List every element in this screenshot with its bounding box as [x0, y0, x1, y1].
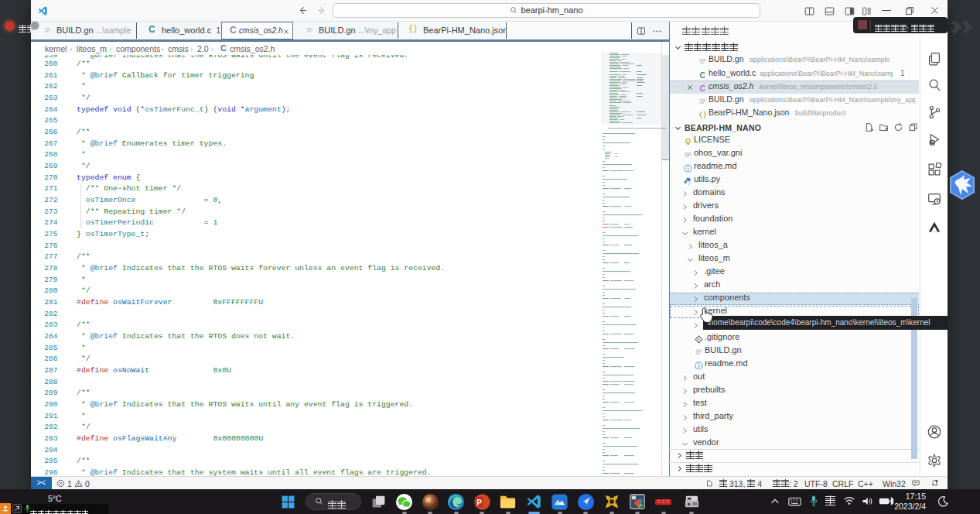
svg-text:C: C	[699, 71, 705, 80]
svg-text:P: P	[476, 498, 482, 506]
svg-text:C: C	[699, 84, 705, 93]
